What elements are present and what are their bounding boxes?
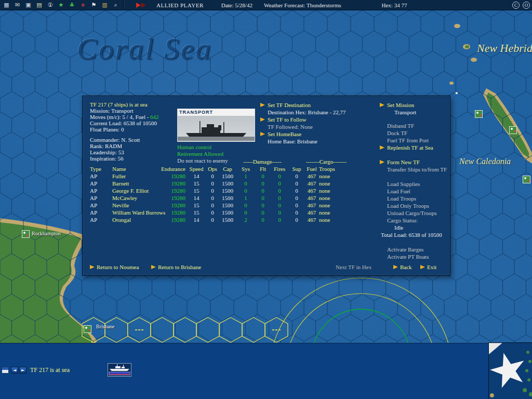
ship-table-row[interactable]: APFuller1928014015001000467none — [90, 172, 373, 180]
ship-name-cell: George F. Elliot — [112, 187, 160, 194]
unload-cargo-button[interactable]: Unload Cargo/Troops — [380, 209, 447, 217]
ship-fires-cell: 0 — [270, 180, 289, 187]
set-mission-button[interactable]: Set Mission — [380, 101, 447, 109]
ship-fuel-cell: 467 — [304, 202, 319, 209]
table-group-headers: -----Damage----- -------Cargo------- — [90, 158, 373, 165]
set-follow-button[interactable]: Set TF to Follow — [260, 116, 346, 123]
ship-table-row[interactable]: APWilliam Ward Burrows192801501500000046… — [90, 209, 373, 216]
ship-endurance-cell: 19280 — [160, 187, 187, 194]
load-only-troops-button[interactable]: Load Only Troops — [380, 202, 447, 209]
ship-name-cell: Orungal — [112, 216, 160, 223]
dock-tf-button[interactable]: Dock TF — [380, 129, 447, 137]
ship-sys-cell: 2 — [236, 216, 256, 223]
action-arrow-icon — [393, 265, 398, 269]
weather-label: Weather Forecast: Thunderstorms — [264, 2, 341, 8]
replenish-tf-button[interactable]: Replenish TF at Sea — [380, 144, 447, 151]
tf-leadership: Leadership: 53 — [90, 149, 159, 155]
minimap[interactable] — [488, 342, 532, 399]
ship-troops-cell: none — [319, 202, 364, 209]
ship-table-row[interactable]: APOrungal1928014015002000467none — [90, 216, 373, 223]
calculator-icon[interactable]: ▤ — [35, 1, 44, 9]
ship-fuel-cell: 467 — [304, 194, 319, 202]
ship-sup-cell: 0 — [289, 187, 304, 194]
compass-icon[interactable]: O — [523, 2, 530, 9]
ship-flt-cell: 0 — [256, 202, 270, 209]
ship-sup-cell: 0 — [289, 194, 304, 202]
ship-sys-cell: 1 — [236, 194, 256, 202]
activate-pt-boats-button[interactable]: Activate PT Boats — [380, 253, 447, 260]
ship-type-cell: AP — [90, 202, 112, 209]
ship-speed-cell: 15 — [187, 202, 206, 209]
load-troops-button[interactable]: Load Troops — [380, 195, 447, 202]
tf-commander: Commander: N. Scott — [90, 137, 159, 143]
continue-turn-button[interactable] — [136, 3, 146, 8]
control-mode-toggle[interactable]: Human control — [177, 144, 228, 151]
ship-table-row[interactable]: APNeville1928015015000000467none — [90, 202, 373, 209]
previous-tf-button[interactable]: ◄ — [11, 367, 18, 374]
set-destination-button[interactable]: Set TF Destination — [260, 101, 346, 109]
top-toolbar: ▦ ✉ ▣ ▤ ① ★ ♣ + ⚑ ▥ ⌕ ALLIED PLAYER Date… — [0, 0, 532, 10]
star-icon[interactable]: ★ — [57, 1, 65, 9]
tree-icon[interactable]: ♣ — [68, 1, 76, 9]
cargo-status-label: Cargo Status: — [380, 217, 447, 224]
ship-flt-cell: 0 — [256, 216, 270, 223]
ship-class-caption: TRANSPORT — [178, 109, 255, 116]
load-fuel-button[interactable]: Load Fuel — [380, 188, 447, 195]
ship-troops-cell: none — [319, 172, 364, 180]
mail-icon[interactable]: ✉ — [13, 1, 22, 9]
ship-name-cell: McCawley — [112, 194, 160, 202]
ship-fuel-cell: 467 — [304, 209, 319, 216]
label-new-hebrides: New Hebrides — [477, 42, 532, 55]
fuel-from-port-button[interactable]: Fuel TF from Port — [380, 137, 447, 144]
date-label: Date: 5/28/42 — [221, 2, 252, 8]
tf-title: TF 217 (7 ships) is at sea — [90, 101, 159, 108]
tf-mission: Mission: Transport — [90, 108, 159, 114]
ship-silhouette — [178, 116, 255, 141]
flag-icon[interactable]: ⚑ — [89, 1, 98, 9]
return-to-brisbane-button[interactable]: Return to Brisbane — [151, 263, 201, 271]
base-icon-rockhampton[interactable] — [22, 230, 30, 238]
retirement-toggle[interactable]: Retirement Allowed — [177, 151, 228, 157]
cargo-status-value: Idle — [380, 224, 447, 231]
disband-tf-button[interactable]: Disband TF — [380, 122, 447, 129]
col-speed: Speed — [187, 165, 206, 172]
ship-table-row[interactable]: APGeorge F. Elliot1928015015000000467non… — [90, 187, 373, 194]
ship-type-cell: AP — [90, 172, 112, 180]
load-supplies-button[interactable]: Load Supplies — [380, 180, 447, 188]
chart-icon[interactable]: ▥ — [100, 1, 109, 9]
medical-icon[interactable]: + — [78, 1, 87, 9]
clock-icon[interactable]: C — [512, 2, 520, 9]
transfer-ships-button[interactable]: Transfer Ships to/from TF — [380, 166, 447, 173]
save-icon[interactable]: ▣ — [24, 1, 33, 9]
next-tf-button[interactable]: ► — [19, 367, 26, 374]
ship-table-row[interactable]: APBarnett1928015015000000467none — [90, 180, 373, 187]
next-tf-in-hex-button[interactable]: Next TF in Hex — [336, 263, 371, 271]
exit-button[interactable]: Exit — [420, 263, 436, 271]
tf-float-planes: Float Planes: 0 — [90, 126, 159, 132]
ship-sys-cell: 0 — [236, 209, 256, 216]
base-icon-island-2[interactable] — [509, 126, 517, 134]
ship-ops-cell: 0 — [206, 180, 219, 187]
back-button[interactable]: Back — [393, 263, 412, 271]
base-icon-brisbane[interactable] — [84, 325, 91, 333]
zoom-icon[interactable]: ⌕ — [111, 1, 120, 9]
tf-ship-icon[interactable] — [108, 363, 131, 377]
col-fires: Fires — [270, 165, 289, 172]
grid-icon[interactable]: ▦ — [2, 1, 11, 9]
ship-table-row[interactable]: APMcCawley1928014015001000467none — [90, 194, 373, 202]
base-icon-island-3[interactable] — [523, 176, 530, 183]
ship-cap-cell: 1500 — [219, 172, 236, 180]
activate-barges-button[interactable]: Activate Barges — [380, 246, 447, 253]
set-homebase-button[interactable]: Set HomeBase — [260, 130, 346, 138]
ship-flt-cell: 0 — [256, 209, 270, 216]
ship-ops-cell: 0 — [206, 172, 219, 180]
tf-list-icon[interactable] — [2, 367, 9, 374]
ship-cap-cell: 1500 — [219, 216, 236, 223]
form-new-tf-button[interactable]: Form New TF — [380, 158, 447, 166]
ship-fuel-cell: 467 — [304, 187, 319, 194]
ship-endurance-cell: 19280 — [160, 209, 187, 216]
base-icon-island-1[interactable] — [475, 110, 483, 118]
report-icon[interactable]: ① — [46, 1, 55, 9]
return-to-noumea-button[interactable]: Return to Noumea — [90, 263, 139, 271]
col-type: Type — [90, 165, 112, 172]
